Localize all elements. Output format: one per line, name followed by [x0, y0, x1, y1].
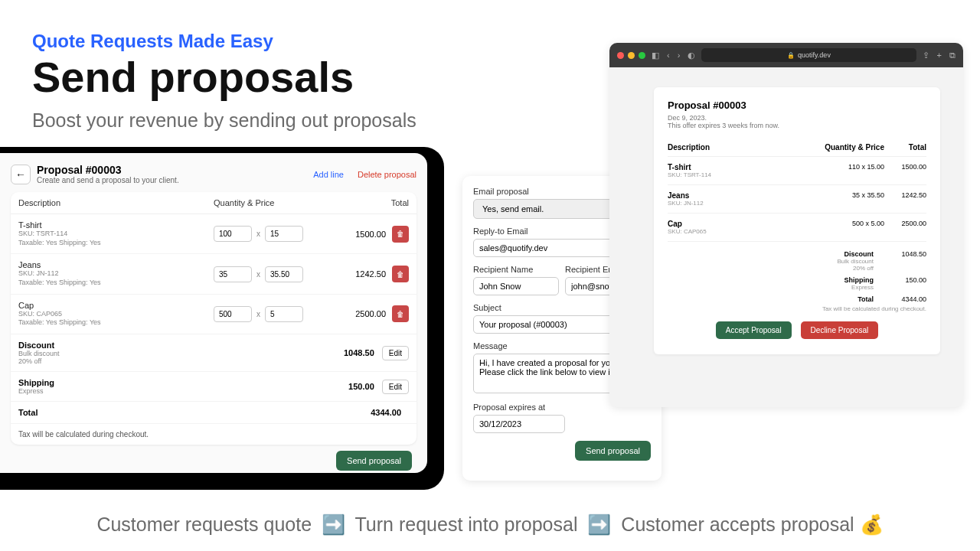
pv-line-name: Jeans — [668, 191, 812, 200]
col-total: Total — [344, 198, 409, 207]
traffic-lights — [617, 52, 645, 59]
url-bar[interactable]: 🔒quotify.dev — [701, 48, 916, 62]
money-icon: 💰 — [860, 514, 884, 535]
discount-label: Discount — [18, 341, 344, 350]
multiply-icon: x — [256, 310, 260, 318]
shipping-value: 150.00 — [348, 382, 374, 391]
qty-input[interactable] — [214, 306, 252, 322]
footer-flow: Customer requests quote ➡️ Turn request … — [0, 514, 980, 536]
shield-icon[interactable]: ◐ — [688, 51, 695, 60]
edit-discount-button[interactable]: Edit — [382, 346, 409, 360]
editor-panel: ← Proposal #00003 Create and send a prop… — [0, 153, 427, 473]
new-tab-icon[interactable]: + — [937, 51, 942, 60]
editor-title: Proposal #00003 — [37, 164, 179, 176]
hero-eyebrow: Quote Requests Made Easy — [32, 31, 416, 52]
line-total: 1242.50 — [344, 269, 392, 279]
tabs-icon[interactable]: ⧉ — [949, 51, 956, 60]
expires-input[interactable] — [473, 415, 565, 433]
lock-icon: 🔒 — [787, 52, 795, 59]
pv-discount-sub2: 20% off — [837, 265, 874, 272]
tax-note: Tax will be calculated during checkout. — [11, 424, 416, 445]
multiply-icon: x — [256, 270, 260, 279]
line-item: Jeans SKU: JN-112 Taxable: Yes Shipping:… — [11, 254, 416, 294]
editor-subtitle: Create and send a proposal to your clien… — [37, 176, 179, 184]
pv-total-val: 4344.00 — [884, 295, 926, 303]
arrow-icon: ➡️ — [322, 514, 345, 535]
delete-proposal-link[interactable]: Delete proposal — [358, 170, 416, 179]
proposal-line: CapSKU: CAP065500 x 5.002500.00 — [668, 213, 926, 241]
discount-value: 1048.50 — [344, 348, 374, 357]
pv-line-total: 1500.00 — [884, 163, 926, 178]
editor-card: Description Quantity & Price Total T-shi… — [11, 192, 416, 445]
delete-line-button[interactable]: 🗑 — [392, 266, 409, 282]
add-line-link[interactable]: Add line — [313, 170, 344, 179]
arrow-icon: ➡️ — [587, 514, 611, 535]
pv-total-label: Total — [858, 295, 874, 303]
back-button[interactable]: ← — [11, 165, 31, 184]
url-text: quotify.dev — [798, 51, 831, 59]
shipping-label: Shipping — [18, 378, 348, 387]
line-total: 2500.00 — [344, 309, 392, 318]
pv-line-total: 2500.00 — [884, 220, 926, 235]
sidebar-icon[interactable]: ◧ — [652, 51, 659, 60]
pv-shipping-sub: Express — [844, 284, 874, 291]
pv-line-sku: SKU: CAP065 — [668, 228, 812, 235]
hero-block: Quote Requests Made Easy Send proposals … — [32, 31, 416, 132]
discount-sub1: Bulk discount — [18, 350, 344, 357]
pv-line-sku: SKU: JN-112 — [668, 200, 812, 207]
flow-step3: Customer accepts proposal — [621, 514, 854, 535]
share-icon[interactable]: ⇪ — [923, 51, 929, 60]
price-input[interactable] — [265, 226, 303, 242]
edit-shipping-button[interactable]: Edit — [382, 380, 409, 394]
editor-title-block: Proposal #00003 Create and send a propos… — [37, 164, 179, 184]
browser-window: ◧ ‹ › ◐ 🔒quotify.dev ⇪ + ⧉ Proposal #000… — [609, 43, 963, 407]
pv-line-sku: SKU: TSRT-114 — [668, 171, 812, 178]
proposal-line: JeansSKU: JN-11235 x 35.501242.50 — [668, 184, 926, 213]
decline-proposal-button[interactable]: Decline Proposal — [801, 321, 879, 339]
shipping-row: Shipping Express 150.00 Edit — [11, 372, 416, 402]
flow-step1: Customer requests quote — [96, 514, 312, 535]
pv-discount-sub1: Bulk discount — [837, 258, 874, 265]
pv-discount-val: 1048.50 — [884, 250, 926, 272]
hero-subheading: Boost your revenue by sending out propos… — [32, 109, 416, 132]
price-input[interactable] — [265, 266, 303, 282]
proposal-expiry: This offer expires 3 weeks from now. — [668, 122, 926, 129]
editor-panel-frame: ← Proposal #00003 Create and send a prop… — [0, 147, 444, 490]
accept-proposal-button[interactable]: Accept Proposal — [716, 321, 792, 339]
browser-chrome: ◧ ‹ › ◐ 🔒quotify.dev ⇪ + ⧉ — [609, 43, 963, 67]
hero-heading: Send proposals — [32, 55, 416, 100]
price-input[interactable] — [265, 306, 303, 322]
editor-header: ← Proposal #00003 Create and send a prop… — [11, 164, 416, 184]
pv-tax-note: Tax will be calculated during checkout. — [668, 305, 926, 312]
col-qty-price: Quantity & Price — [214, 198, 344, 207]
recipient-name-input[interactable] — [473, 277, 559, 295]
editor-columns: Description Quantity & Price Total — [11, 192, 416, 214]
line-sku: SKU: JN-112 — [18, 269, 214, 279]
pv-line-qp: 110 x 15.00 — [812, 163, 884, 178]
discount-row: Discount Bulk discount 20% off 1048.50 E… — [11, 334, 416, 372]
pv-shipping-label: Shipping — [844, 276, 874, 284]
delete-line-button[interactable]: 🗑 — [392, 226, 409, 243]
back-icon[interactable]: ‹ — [667, 51, 670, 60]
proposal-date: Dec 9, 2023. — [668, 114, 926, 122]
qty-input[interactable] — [214, 226, 252, 242]
forward-icon[interactable]: › — [678, 51, 681, 60]
delete-line-button[interactable]: 🗑 — [392, 305, 409, 322]
line-item: T-shirt SKU: TSRT-114 Taxable: Yes Shipp… — [11, 214, 416, 254]
proposal-document: Proposal #00003 Dec 9, 2023. This offer … — [654, 87, 940, 354]
line-tax-ship: Taxable: Yes Shipping: Yes — [18, 318, 214, 328]
line-name: Jeans — [18, 260, 214, 269]
browser-right-icons: ⇪ + ⧉ — [923, 51, 956, 60]
pv-col-total: Total — [884, 143, 926, 152]
total-label: Total — [18, 408, 371, 417]
send-proposal-button[interactable]: Send proposal — [336, 451, 412, 471]
pv-line-qp: 500 x 5.00 — [812, 220, 884, 235]
pv-col-desc: Description — [668, 143, 812, 152]
line-item: Cap SKU: CAP065 Taxable: Yes Shipping: Y… — [11, 295, 416, 334]
flow-step2: Turn request into proposal — [355, 514, 578, 535]
pv-line-name: Cap — [668, 220, 812, 228]
qty-input[interactable] — [214, 266, 252, 282]
email-send-button[interactable]: Send proposal — [575, 441, 651, 461]
pv-line-qp: 35 x 35.50 — [812, 191, 884, 207]
proposal-columns: Description Quantity & Price Total — [668, 143, 926, 156]
